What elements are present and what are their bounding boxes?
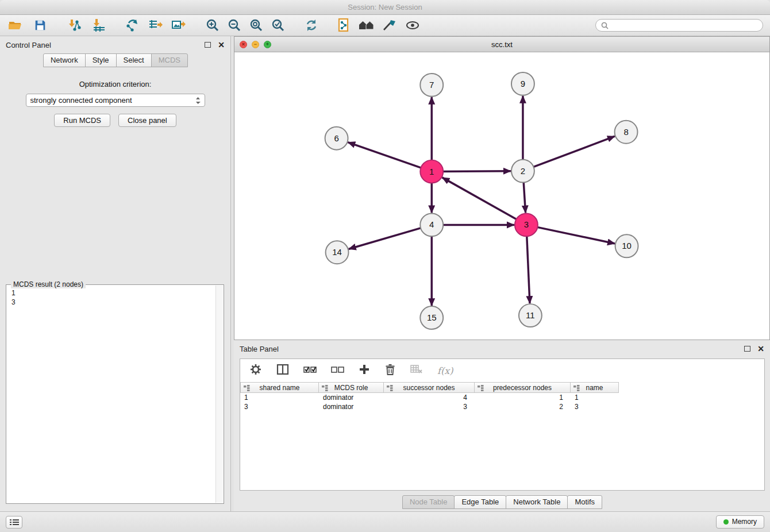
search-input[interactable] — [612, 21, 757, 29]
import-network-icon[interactable] — [66, 17, 82, 33]
graph-node-1[interactable]: 1 — [420, 160, 443, 183]
table-row[interactable]: 1dominator411 — [240, 393, 764, 402]
close-table-panel-icon[interactable]: ✕ — [757, 345, 764, 353]
table-row[interactable]: 3dominator323 — [240, 402, 764, 411]
tab-node-table[interactable]: Node Table — [402, 495, 455, 509]
tab-motifs[interactable]: Motifs — [567, 495, 602, 509]
export-image-icon[interactable] — [170, 17, 186, 33]
graph-node-15[interactable]: 15 — [420, 306, 443, 329]
control-panel-title: Control Panel — [6, 41, 51, 49]
table-header-row: shared name MCDS role successor nodes pr… — [240, 382, 764, 393]
graph-node-8[interactable]: 8 — [615, 121, 638, 144]
column-header-successor-nodes[interactable]: successor nodes — [384, 382, 475, 393]
network-window-titlebar[interactable]: scc.txt × − + — [234, 37, 769, 52]
zoom-out-icon[interactable] — [226, 17, 242, 33]
delete-row-icon[interactable] — [384, 363, 396, 378]
graph-node-4[interactable]: 4 — [420, 213, 443, 236]
tab-select[interactable]: Select — [116, 53, 152, 67]
zoom-in-icon[interactable] — [205, 17, 221, 33]
zoom-selected-icon[interactable] — [270, 17, 286, 33]
search-box[interactable] — [595, 19, 763, 32]
column-header-predecessor-nodes[interactable]: predecessor nodes — [475, 382, 571, 393]
window-minimize-icon[interactable]: − — [252, 41, 259, 48]
settings-gear-icon[interactable] — [249, 363, 262, 378]
column-header-mcds-role[interactable]: MCDS role — [319, 382, 384, 393]
window-close-icon[interactable]: × — [240, 41, 247, 48]
graph-node-2[interactable]: 2 — [511, 160, 534, 183]
import-network-glyph — [66, 18, 81, 33]
show-graphics-icon[interactable] — [405, 17, 421, 33]
zoom-fit-icon[interactable] — [248, 17, 264, 33]
deselect-all-icon[interactable] — [331, 365, 344, 376]
delete-table-icon[interactable] — [410, 364, 423, 377]
refresh-network-icon[interactable] — [303, 17, 319, 33]
function-builder-icon[interactable]: f(x) — [437, 365, 453, 376]
column-label: name — [586, 384, 603, 392]
column-header-shared-name[interactable]: shared name — [240, 382, 319, 393]
graph-edge-3-1[interactable] — [442, 178, 518, 220]
add-column-icon[interactable] — [359, 364, 370, 377]
open-session-icon[interactable] — [7, 17, 23, 33]
window-titlebar[interactable]: Session: New Session — [0, 0, 770, 15]
export-image-glyph — [171, 18, 186, 33]
import-table-icon[interactable] — [91, 17, 107, 33]
graph-node-7[interactable]: 7 — [420, 74, 443, 97]
style-preview-icon[interactable] — [382, 17, 398, 33]
graph-edge-2-8[interactable] — [533, 136, 615, 167]
window-maximize-icon[interactable]: + — [264, 41, 271, 48]
table-panel-header: Table Panel ✕ — [234, 340, 770, 357]
table-cell: dominator — [319, 402, 384, 411]
graph-edge-3-11[interactable] — [527, 235, 530, 303]
graph-node-9[interactable]: 9 — [511, 72, 534, 95]
show-task-history-button[interactable] — [6, 516, 22, 529]
criterion-dropdown[interactable]: strongly connected component — [26, 94, 205, 107]
run-mcds-button[interactable]: Run MCDS — [54, 114, 110, 127]
split-panel-icon[interactable] — [276, 364, 289, 377]
result-scrollbar[interactable] — [215, 286, 223, 503]
import-table-glyph — [91, 18, 106, 33]
search-icon — [601, 22, 609, 29]
open-folder-glyph — [7, 18, 22, 33]
save-session-icon[interactable] — [32, 17, 48, 33]
criterion-dropdown-value: strongly connected component — [30, 96, 132, 105]
list-icon — [10, 519, 19, 526]
network-graph[interactable]: 7968124314101511 — [234, 53, 769, 340]
float-table-panel-icon[interactable] — [744, 346, 750, 352]
network-canvas[interactable]: 7968124314101511 — [234, 53, 769, 340]
style-brush-glyph — [382, 18, 397, 32]
graph-node-6[interactable]: 6 — [325, 127, 348, 150]
column-header-name[interactable]: name — [571, 382, 619, 393]
float-panel-icon[interactable] — [205, 42, 211, 48]
close-panel-icon[interactable]: ✕ — [218, 41, 225, 49]
close-panel-button[interactable]: Close panel — [118, 114, 176, 127]
tab-style[interactable]: Style — [85, 53, 117, 67]
graph-node-10[interactable]: 10 — [615, 234, 638, 257]
sort-icon — [244, 385, 250, 393]
graph-edge-2-3[interactable] — [523, 182, 526, 213]
export-table-glyph — [148, 18, 163, 33]
table-rows: 1dominator4113dominator323 — [240, 393, 764, 411]
sort-icon — [478, 385, 484, 393]
graph-edge-1-2[interactable] — [442, 171, 511, 172]
svg-text:7: 7 — [429, 80, 434, 90]
zoom-selected-glyph — [271, 18, 286, 33]
graph-node-14[interactable]: 14 — [326, 241, 349, 264]
graph-edge-3-10[interactable] — [536, 227, 615, 244]
mcds-result-text[interactable]: 1 3 — [7, 286, 215, 502]
memory-button[interactable]: Memory — [716, 515, 764, 529]
home-icon[interactable] — [359, 17, 375, 33]
select-all-icon[interactable] — [303, 365, 317, 376]
tab-network-table[interactable]: Network Table — [506, 495, 568, 509]
graph-node-11[interactable]: 11 — [519, 304, 542, 327]
tab-mcds[interactable]: MCDS — [151, 53, 188, 67]
clone-network-icon[interactable] — [336, 17, 352, 33]
tab-edge-table[interactable]: Edge Table — [454, 495, 506, 509]
eye-glyph — [405, 19, 420, 32]
graph-edge-4-14[interactable] — [349, 228, 422, 249]
export-network-icon[interactable] — [124, 17, 140, 33]
column-label: shared name — [259, 384, 299, 392]
export-table-icon[interactable] — [147, 17, 163, 33]
graph-node-3[interactable]: 3 — [515, 213, 538, 236]
tab-network[interactable]: Network — [43, 53, 86, 67]
graph-edge-1-6[interactable] — [348, 142, 422, 168]
